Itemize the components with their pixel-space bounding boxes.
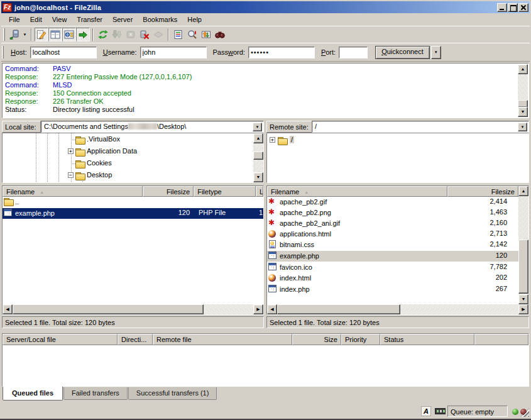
disconnect-icon[interactable] [138, 28, 151, 41]
file-type: PHP File [199, 209, 226, 216]
file-row[interactable]: applications.html2,713 [267, 229, 518, 240]
combo-dropdown-icon[interactable]: ▼ [518, 123, 527, 131]
close-button[interactable] [518, 3, 528, 12]
file-row[interactable]: ✱apache_pb2_ani.gif2,160 [267, 218, 518, 229]
find-files-icon[interactable] [213, 28, 227, 41]
tab-successful-transfers-1-[interactable]: Successful transfers (1) [128, 387, 217, 400]
tree-item-label[interactable]: Desktop [87, 171, 112, 179]
queue-column-directi-[interactable]: Directi... [118, 334, 153, 345]
menu-file[interactable]: File [4, 14, 25, 25]
tree-item[interactable]: −Desktop [3, 170, 252, 182]
file-row[interactable]: index.html202 [267, 273, 518, 284]
column-header-l[interactable]: L [256, 186, 263, 197]
file-row[interactable]: favicon.ico7,782 [267, 262, 518, 273]
password-input[interactable] [248, 47, 315, 58]
scroll-thumb[interactable] [13, 304, 204, 314]
file-row[interactable]: ✱apache_pb2.gif2,414 [267, 197, 518, 207]
toolbar-grip[interactable] [3, 28, 5, 41]
quickconnect-dropdown-button[interactable]: ▼ [431, 46, 441, 59]
remote-horizontal-scrollbar[interactable]: ◀ ▶ [267, 304, 528, 314]
menu-server[interactable]: Server [107, 14, 138, 25]
tree-vertical-scrollbar[interactable]: ▲ ▼ [253, 133, 263, 182]
tree-item-label[interactable]: / [290, 136, 294, 143]
local-site-combo[interactable]: C:\Documents and Settings\Desktop\ ▼ [41, 121, 264, 133]
log-line: Response:226 Transfer OK [5, 97, 516, 106]
remote-site-combo[interactable]: / ▼ [312, 121, 529, 133]
collapse-icon[interactable]: − [68, 172, 74, 178]
file-row[interactable]: bitnami.css2,142 [267, 240, 518, 250]
queue-column-size[interactable]: Size [292, 334, 341, 345]
quickconnect-button[interactable]: Quickconnect [375, 46, 430, 59]
local-horizontal-scrollbar[interactable]: ◀ ▶ [3, 304, 263, 314]
scroll-up-button[interactable]: ▲ [518, 64, 528, 74]
column-header-filesize[interactable]: Filesize [143, 186, 194, 197]
site-manager-icon[interactable] [8, 28, 21, 41]
toggle-site-panes-icon[interactable] [48, 28, 62, 41]
scroll-up-button[interactable]: ▲ [253, 133, 263, 143]
scroll-thumb[interactable] [253, 152, 263, 160]
menu-edit[interactable]: Edit [25, 14, 47, 25]
queue-column-priority[interactable]: Priority [341, 334, 380, 345]
menu-bookmarks[interactable]: Bookmarks [138, 14, 182, 25]
file-row[interactable]: example.php120 [267, 251, 518, 262]
file-row[interactable]: ✱apache_pb2.png1,463 [267, 207, 518, 218]
scroll-left-button[interactable]: ◀ [267, 304, 277, 314]
toolbar-dropdown-icon[interactable]: ▼ [21, 28, 28, 41]
expand-icon[interactable]: + [68, 148, 74, 154]
tree-item[interactable]: .VirtualBox [3, 134, 252, 146]
folder-icon [75, 172, 85, 180]
column-header-filesize[interactable]: Filesize [447, 186, 518, 197]
scroll-down-button[interactable]: ▼ [518, 107, 528, 117]
log-vertical-scrollbar[interactable]: ▲ ▼ [518, 64, 528, 117]
tree-item[interactable]: +/ [267, 135, 517, 146]
tree-item-label[interactable]: Cookies [87, 159, 112, 167]
scroll-thumb[interactable] [518, 240, 528, 294]
tree-item-label[interactable]: Application Data [87, 147, 137, 155]
scroll-down-button[interactable]: ▼ [253, 172, 263, 182]
scroll-left-button[interactable]: ◀ [3, 304, 13, 314]
tree-item-label[interactable]: .VirtualBox [87, 135, 120, 143]
combo-dropdown-icon[interactable]: ▼ [253, 123, 262, 131]
tab-failed-transfers[interactable]: Failed transfers [63, 387, 128, 400]
maximize-button[interactable] [508, 3, 518, 12]
toggle-message-log-icon[interactable] [35, 28, 48, 41]
toggle-directory-tree-icon[interactable] [62, 28, 76, 41]
remote-site-row: Remote site: / ▼ [266, 121, 529, 133]
menu-help[interactable]: Help [182, 14, 207, 25]
column-header-filetype[interactable]: Filetype [194, 186, 256, 197]
minimize-button[interactable] [497, 3, 507, 12]
username-input[interactable] [140, 47, 207, 58]
queue-column-remote-file[interactable]: Remote file [153, 334, 292, 345]
host-input[interactable] [30, 47, 97, 58]
port-input[interactable] [339, 47, 368, 58]
toggle-transfer-queue-icon[interactable] [76, 28, 90, 41]
scroll-up-button[interactable]: ▲ [518, 186, 528, 196]
tab-queued-files[interactable]: Queued files [3, 387, 63, 401]
column-header-filename[interactable]: Filename▲ [267, 186, 447, 197]
menu-view[interactable]: View [47, 14, 72, 25]
quickbar-grip[interactable] [2, 46, 4, 58]
synchronized-browsing-icon[interactable] [199, 28, 213, 41]
file-row[interactable]: example.php120PHP File1 [3, 208, 263, 219]
scroll-thumb[interactable] [277, 304, 400, 314]
window-title: john@localhost - FileZilla [14, 4, 101, 11]
file-name: bitnami.css [280, 241, 314, 248]
data-type-indicator-icon[interactable]: A [421, 406, 431, 416]
refresh-icon[interactable] [96, 28, 110, 41]
remote-vertical-scrollbar[interactable]: ▲ ▼ [518, 186, 528, 304]
scroll-right-button[interactable]: ▶ [518, 304, 528, 314]
file-row[interactable]: .. [3, 197, 263, 207]
column-header-filename[interactable]: Filename▲ [3, 186, 143, 197]
filter-icon[interactable] [172, 28, 185, 41]
tree-item[interactable]: +Application Data [3, 146, 252, 158]
menu-transfer[interactable]: Transfer [72, 14, 107, 25]
queue-column-server-local-file[interactable]: Server/Local file [3, 334, 118, 345]
file-row[interactable]: index.php267 [267, 284, 518, 295]
expand-icon[interactable]: + [270, 137, 275, 143]
queue-column-status[interactable]: Status [380, 334, 474, 345]
speed-limits-icon[interactable] [435, 408, 446, 414]
scroll-right-button[interactable]: ▶ [253, 304, 263, 314]
scroll-down-button[interactable]: ▼ [518, 294, 528, 304]
directory-comparison-icon[interactable] [185, 28, 199, 41]
tree-item[interactable]: Cookies [3, 158, 252, 170]
